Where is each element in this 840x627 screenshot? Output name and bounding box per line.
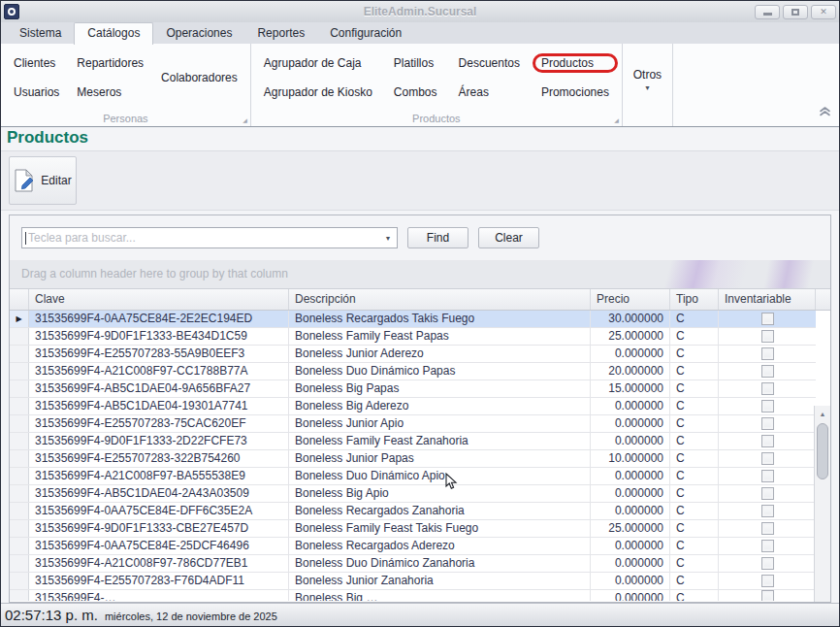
ribbon-item-clientes[interactable]: Clientes: [11, 55, 62, 71]
cell-clave: 31535699F4-AB5C1DAE04-2A43A03509: [29, 485, 289, 502]
cell-descripcion: Boneless Recargados Zanahoria: [289, 503, 591, 519]
table-row[interactable]: 31535699F4-0AA75CE84E-DFF6C35E2A Boneles…: [10, 503, 816, 520]
table-row[interactable]: ▶ 31535699F4-0AA75CE84E-2E2EC194ED Bonel…: [10, 311, 816, 328]
ribbon-item-usuarios[interactable]: Usuarios: [11, 84, 62, 100]
table-row[interactable]: 31535699F4-A21C008F97-BA555538E9 Boneles…: [10, 468, 816, 485]
inventariable-checkbox[interactable]: [761, 347, 774, 360]
tab-reportes[interactable]: Reportes: [244, 23, 317, 44]
ribbon-item-colaboradores[interactable]: Colaboradores: [158, 70, 241, 85]
inventariable-checkbox[interactable]: [761, 590, 774, 601]
group-by-panel: Drag a column header here to group by th…: [10, 260, 830, 289]
inventariable-checkbox[interactable]: [761, 575, 774, 587]
cell-clave: 31535699F4-0AA75CE84E-25DCF46496: [29, 538, 289, 554]
ribbon-item-agrupador-de-kiosko[interactable]: Agrupador de Kiosko: [261, 84, 375, 100]
clear-button[interactable]: Clear: [478, 227, 539, 248]
minimize-button[interactable]: [755, 5, 780, 19]
ribbon-item-productos[interactable]: Productos: [533, 53, 618, 73]
table-row[interactable]: 31535699F4-A21C008F97-CC1788B77A Boneles…: [10, 363, 816, 380]
table-row[interactable]: 31535699F4-E255707283-75CAC620EF Boneles…: [10, 415, 816, 433]
tab-operaciones[interactable]: Operaciones: [153, 23, 244, 44]
row-indicator: [10, 503, 29, 519]
scroll-up-icon[interactable]: ▲: [815, 406, 830, 421]
table-row[interactable]: 31535699F4-AB5C1DAE04-9A656BFA27 Boneles…: [10, 380, 816, 398]
inventariable-checkbox[interactable]: [761, 470, 774, 482]
cell-clave: 31535699F4-A21C008F97-CC1788B77A: [29, 363, 289, 380]
combo-dropdown-icon[interactable]: ▼: [379, 235, 397, 242]
tab-sistema[interactable]: Sistema: [7, 23, 74, 44]
edit-button[interactable]: Editar: [9, 156, 77, 205]
column-header-inventariable[interactable]: Inventariable: [719, 289, 816, 310]
cell-inventariable: [719, 538, 816, 554]
dialog-launcher-icon[interactable]: ◢: [614, 116, 619, 123]
maximize-button[interactable]: [783, 5, 808, 19]
cell-descripcion: Boneless Big Apio: [289, 485, 591, 502]
column-header-descripcion[interactable]: Descripción: [289, 289, 591, 310]
row-indicator: [10, 538, 29, 554]
cell-clave: 31535699F4-AB5C1DAE04-9A656BFA27: [29, 380, 289, 397]
inventariable-checkbox[interactable]: [761, 522, 774, 535]
row-indicator: [10, 380, 29, 397]
otros-button[interactable]: Otros ▼: [633, 68, 662, 91]
inventariable-checkbox[interactable]: [761, 417, 774, 430]
inventariable-checkbox[interactable]: [761, 452, 774, 465]
ribbon-item-repartidores[interactable]: Repartidores: [74, 55, 146, 71]
row-indicator: [10, 468, 29, 484]
header-indicator: [10, 289, 29, 310]
inventariable-checkbox[interactable]: [761, 313, 774, 325]
ribbon-item-combos[interactable]: Combos: [391, 84, 440, 100]
cell-precio: 0.000000: [591, 573, 670, 589]
inventariable-checkbox[interactable]: [761, 487, 774, 500]
ribbon-item-áreas[interactable]: Áreas: [456, 84, 523, 100]
column-header-tipo[interactable]: Tipo: [670, 289, 719, 310]
grid-header: Clave Descripción Precio Tipo Inventaria…: [10, 289, 830, 311]
inventariable-checkbox[interactable]: [761, 382, 774, 395]
ribbon-item-promociones[interactable]: Promociones: [538, 84, 612, 100]
inventariable-checkbox[interactable]: [761, 435, 774, 447]
search-input[interactable]: Teclea para buscar... ▼: [21, 227, 398, 248]
cell-precio: 0.000000: [591, 433, 670, 449]
column-header-precio[interactable]: Precio: [591, 289, 670, 310]
table-row[interactable]: 31535699F4-… Boneless Big … 0.000000 C: [10, 590, 816, 601]
table-row[interactable]: 31535699F4-9D0F1F1333-CBE27E457D Boneles…: [10, 520, 816, 538]
scrollbar-thumb[interactable]: [817, 423, 828, 479]
cell-precio: 0.000000: [591, 590, 670, 601]
vertical-scrollbar[interactable]: ▲ ▼: [814, 406, 830, 603]
table-row[interactable]: 31535699F4-9D0F1F1333-BE434D1C59 Boneles…: [10, 328, 816, 346]
table-row[interactable]: 31535699F4-AB5C1DAE04-2A43A03509 Boneles…: [10, 485, 816, 503]
table-row[interactable]: 31535699F4-E255707283-F76D4ADF11 Boneles…: [10, 573, 816, 590]
table-row[interactable]: 31535699F4-E255707283-55A9B0EEF3 Boneles…: [10, 346, 816, 363]
inventariable-checkbox[interactable]: [761, 540, 774, 552]
cell-descripcion: Boneless Duo Dinámico Zanahoria: [289, 555, 591, 572]
ribbon-item-agrupador-de-caja[interactable]: Agrupador de Caja: [261, 55, 375, 71]
close-button[interactable]: ✕: [811, 5, 836, 19]
tab-configuración[interactable]: Configuración: [317, 23, 414, 44]
app-icon-ring: [8, 8, 16, 16]
inventariable-checkbox[interactable]: [761, 330, 774, 343]
app-icon[interactable]: [4, 4, 19, 19]
cell-clave: 31535699F4-E255707283-322B754260: [29, 450, 289, 467]
ribbon-item-descuentos[interactable]: Descuentos: [456, 55, 523, 71]
inventariable-checkbox[interactable]: [761, 400, 774, 412]
table-row[interactable]: 31535699F4-AB5C1DAE04-19301A7741 Boneles…: [10, 398, 816, 415]
table-row[interactable]: 31535699F4-9D0F1F1333-2D22FCFE73 Boneles…: [10, 433, 816, 450]
table-row[interactable]: 31535699F4-E255707283-322B754260 Boneles…: [10, 450, 816, 468]
ribbon-item-platillos[interactable]: Platillos: [391, 55, 440, 71]
ribbon-item-meseros[interactable]: Meseros: [74, 84, 146, 100]
find-button[interactable]: Find: [407, 227, 468, 248]
inventariable-checkbox[interactable]: [761, 505, 774, 517]
collapse-ribbon-icon[interactable]: [819, 103, 831, 120]
inventariable-checkbox[interactable]: [761, 557, 774, 570]
edit-button-label: Editar: [41, 174, 71, 187]
cell-tipo: C: [670, 328, 719, 345]
dialog-launcher-icon[interactable]: ◢: [242, 116, 247, 123]
column-header-clave[interactable]: Clave: [29, 289, 289, 310]
tab-catálogos[interactable]: Catálogos: [74, 22, 153, 45]
cell-clave: 31535699F4-…: [29, 590, 289, 601]
table-row[interactable]: 31535699F4-A21C008F97-786CD77EB1 Boneles…: [10, 555, 816, 573]
cell-inventariable: [719, 555, 816, 572]
cell-descripcion: Boneless Recargados Aderezo: [289, 538, 591, 554]
row-indicator: [10, 520, 29, 537]
inventariable-checkbox[interactable]: [761, 365, 774, 378]
table-row[interactable]: 31535699F4-0AA75CE84E-25DCF46496 Boneles…: [10, 538, 816, 555]
row-indicator: [10, 346, 29, 362]
